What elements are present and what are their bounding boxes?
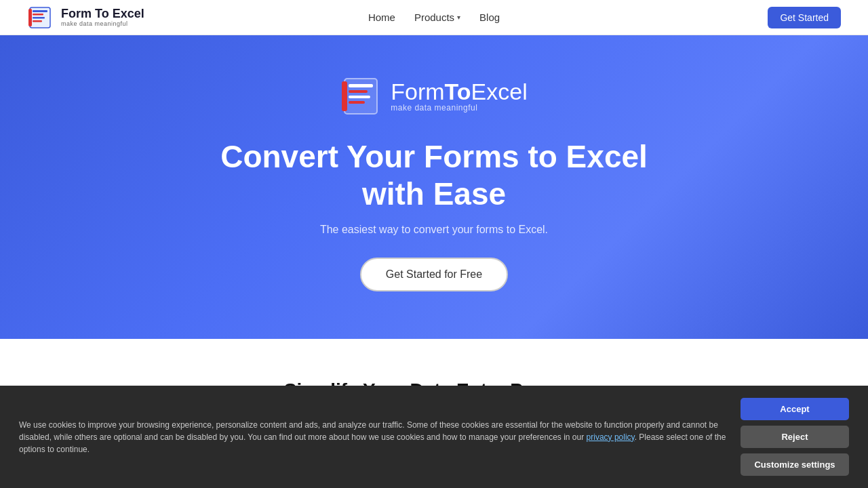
svg-rect-2 xyxy=(33,14,43,16)
svg-rect-3 xyxy=(33,17,45,19)
svg-rect-5 xyxy=(28,9,32,26)
nav-products[interactable]: Products ▾ xyxy=(414,12,460,23)
svg-rect-1 xyxy=(33,10,47,12)
cookie-text: We use cookies to improve your browsing … xyxy=(19,419,727,455)
svg-rect-11 xyxy=(342,81,347,111)
svg-rect-7 xyxy=(349,84,373,87)
svg-rect-8 xyxy=(349,90,368,93)
cookie-banner: We use cookies to improve your browsing … xyxy=(0,386,868,488)
hero-section: FormToExcel make data meaningful Convert… xyxy=(0,35,868,339)
svg-rect-4 xyxy=(33,20,42,22)
hero-logo-text: FormToExcel make data meaningful xyxy=(391,80,527,113)
navbar-cta: Get Started xyxy=(768,7,841,28)
logo-icon xyxy=(27,5,53,30)
nav-links: Home Products ▾ Blog xyxy=(368,12,500,23)
reject-cookies-button[interactable]: Reject xyxy=(741,426,849,448)
hero-logo-icon xyxy=(340,76,381,117)
get-started-button[interactable]: Get Started xyxy=(768,7,841,28)
hero-brand-name: FormToExcel xyxy=(391,80,527,103)
hero-brand-tagline: make data meaningful xyxy=(391,103,477,113)
hero-title: Convert Your Forms to Excel with Ease xyxy=(220,138,648,213)
brand-name: Form To Excel xyxy=(61,7,144,21)
hero-logo: FormToExcel make data meaningful xyxy=(340,76,527,117)
nav-blog[interactable]: Blog xyxy=(479,12,500,23)
privacy-policy-link[interactable]: privacy policy xyxy=(587,432,635,442)
hero-subtitle: The easiest way to convert your forms to… xyxy=(320,224,548,236)
svg-rect-10 xyxy=(349,101,365,104)
nav-home[interactable]: Home xyxy=(368,12,395,23)
chevron-down-icon: ▾ xyxy=(457,14,460,21)
accept-cookies-button[interactable]: Accept xyxy=(741,398,849,420)
customize-cookies-button[interactable]: Customize settings xyxy=(741,453,849,476)
get-started-free-button[interactable]: Get Started for Free xyxy=(360,258,508,291)
brand-tagline: make data meaningful xyxy=(61,20,144,27)
navbar: Form To Excel make data meaningful Home … xyxy=(0,0,868,35)
logo-text: Form To Excel make data meaningful xyxy=(61,7,144,28)
svg-rect-9 xyxy=(349,96,370,98)
logo-area: Form To Excel make data meaningful xyxy=(27,5,144,30)
cookie-buttons: Accept Reject Customize settings xyxy=(741,398,849,476)
